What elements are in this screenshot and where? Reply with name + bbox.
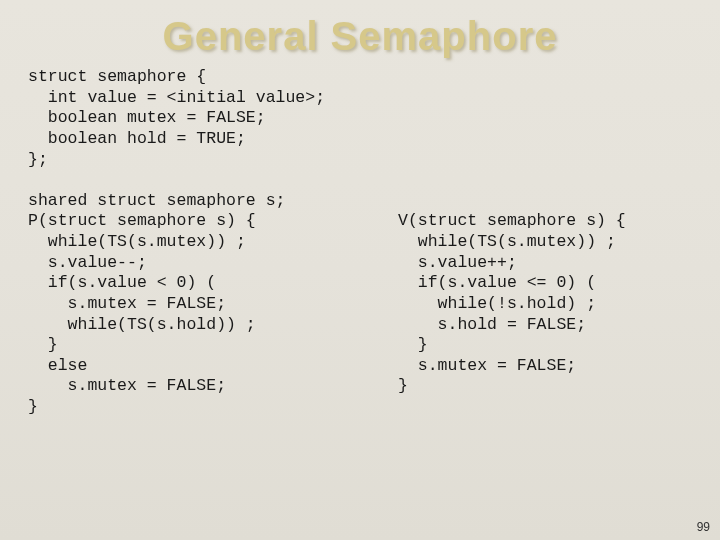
v-function-code: V(struct semaphore s) { while(TS(s.mutex… <box>398 211 626 417</box>
struct-definition: struct semaphore { int value = <initial … <box>0 67 720 211</box>
p-function-code: P(struct semaphore s) { while(TS(s.mutex… <box>28 211 368 417</box>
page-number: 99 <box>697 520 710 534</box>
slide-title: General Semaphore <box>0 0 720 67</box>
code-columns: P(struct semaphore s) { while(TS(s.mutex… <box>0 211 720 417</box>
